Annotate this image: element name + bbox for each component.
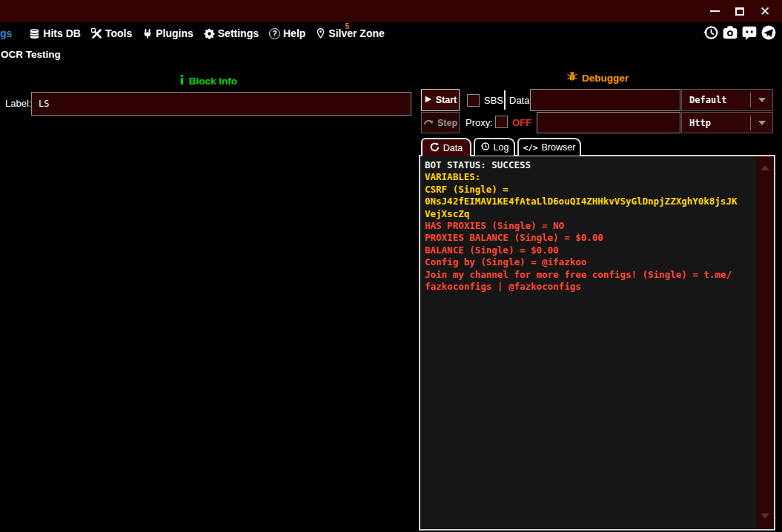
menu-item-partial[interactable]: gs <box>0 27 12 39</box>
sbs-checkbox[interactable] <box>467 94 480 107</box>
map-pin-icon <box>316 27 325 39</box>
menubar: gs Hits DB Tools Plugins <box>0 22 782 44</box>
chevron-down-icon[interactable] <box>751 121 772 125</box>
plug-icon <box>142 28 153 39</box>
label-input[interactable] <box>31 92 411 116</box>
scroll-up-icon[interactable] <box>761 165 769 170</box>
start-button[interactable]: Start <box>421 89 460 111</box>
menu-item-label: Hits DB <box>43 27 81 39</box>
step-button[interactable]: Step <box>421 112 460 133</box>
console-line: Join my channel for more free configs! (… <box>425 269 755 281</box>
debugger-console[interactable]: BOT STATUS: SUCCESS VARIABLES: CSRF (Sin… <box>419 155 775 531</box>
history-icon[interactable] <box>702 24 719 41</box>
maximize-button[interactable] <box>727 0 752 22</box>
chevron-down-icon[interactable] <box>751 98 772 102</box>
console-line: Config by (Single) = @ifazkoo <box>425 256 755 268</box>
debugger-title: Debugger <box>582 73 629 84</box>
app-window: ✕ gs Hits DB Tools Plugins <box>0 0 782 532</box>
maximize-icon <box>735 7 744 16</box>
menu-item-silver-zone[interactable]: Silver Zone 5 <box>311 27 389 39</box>
data-type-value: Default <box>682 95 750 105</box>
menu-item-label: Settings <box>218 27 259 39</box>
debugger-header: Debugger <box>419 70 776 85</box>
discord-icon[interactable] <box>740 24 758 41</box>
menu-item-settings[interactable]: Settings <box>199 27 264 39</box>
close-button[interactable]: ✕ <box>752 0 778 22</box>
separator <box>504 90 506 110</box>
menu-item-label: Silver Zone <box>328 27 384 39</box>
menu-item-help[interactable]: ? Help <box>264 27 311 39</box>
tab-data[interactable]: Data <box>421 138 471 156</box>
data-input[interactable] <box>530 89 680 111</box>
menu-item-plugins[interactable]: Plugins <box>137 27 199 39</box>
console-line: 0NsJ42fEIMAV1KE4fAtaLlD6ouQI4ZHHkvVSyGlD… <box>425 196 755 207</box>
proxy-type-value: Http <box>682 118 750 128</box>
step-icon <box>423 117 434 128</box>
minimize-icon <box>710 10 720 12</box>
menu-item-label: Help <box>283 27 305 39</box>
database-icon <box>29 28 40 39</box>
console-line: HAS PROXIES (Single) = NO <box>425 220 755 232</box>
data-type-dropdown[interactable]: Default <box>681 89 773 111</box>
refresh-icon <box>430 142 440 154</box>
proxy-input[interactable] <box>537 112 680 133</box>
tab-browser-label: Browser <box>542 142 576 153</box>
proxy-type-dropdown[interactable]: Http <box>681 112 773 133</box>
console-line: fazkoconfigs | @fazkoconfigs <box>425 281 755 293</box>
code-icon: </> <box>523 143 538 153</box>
console-line: CSRF (Single) = <box>425 184 755 196</box>
proxy-status: OFF <box>512 117 531 128</box>
console-scrollbar[interactable] <box>756 156 774 529</box>
tab-browser[interactable]: </> Browser <box>517 138 581 156</box>
gear-icon <box>204 28 215 39</box>
menu-item-tools[interactable]: Tools <box>86 27 137 39</box>
block-info-title: Block Info <box>189 76 237 87</box>
console-line: VARIABLES: <box>425 171 755 183</box>
sbs-label: SBS <box>484 95 503 106</box>
start-button-label: Start <box>436 95 457 105</box>
silver-zone-badge: 5 <box>345 21 349 30</box>
history-icon <box>480 142 490 153</box>
help-icon: ? <box>269 28 280 39</box>
menu-item-hits-db[interactable]: Hits DB <box>24 27 86 39</box>
block-info-header: Block Info <box>0 74 417 88</box>
menu-items: Hits DB Tools Plugins Settings <box>24 27 389 39</box>
play-icon <box>424 95 432 106</box>
titlebar: ✕ <box>0 0 782 22</box>
tools-icon <box>91 28 102 39</box>
label-caption: Label: <box>5 98 31 109</box>
page-tab-label[interactable]: OCR Testing <box>1 49 61 60</box>
menu-item-label: Plugins <box>156 27 193 39</box>
console-line: BALANCE (Single) = $0.00 <box>425 245 755 256</box>
camera-icon[interactable] <box>721 24 738 41</box>
minimize-button[interactable] <box>702 0 727 22</box>
console-output: BOT STATUS: SUCCESS VARIABLES: CSRF (Sin… <box>425 159 755 528</box>
step-button-label: Step <box>437 118 457 128</box>
console-line: BOT STATUS: SUCCESS <box>425 159 755 171</box>
telegram-icon[interactable] <box>760 24 777 41</box>
console-line: VejXscZq <box>425 208 755 220</box>
window-controls: ✕ <box>702 0 778 22</box>
data-label: Data: <box>509 95 532 106</box>
tab-log[interactable]: Log <box>474 138 515 156</box>
toolbar-icons <box>702 24 777 41</box>
proxy-checkbox[interactable] <box>495 116 508 128</box>
scroll-down-icon[interactable] <box>761 513 769 519</box>
proxy-label: Proxy: <box>465 117 493 128</box>
tab-log-label: Log <box>494 142 509 153</box>
menu-item-label: Tools <box>105 27 132 39</box>
close-icon: ✕ <box>760 5 770 18</box>
console-line: PROXIES BALANCE (Single) = $0.00 <box>425 232 755 244</box>
info-icon <box>179 74 185 88</box>
tab-data-label: Data <box>443 143 463 153</box>
bug-icon <box>566 70 578 85</box>
